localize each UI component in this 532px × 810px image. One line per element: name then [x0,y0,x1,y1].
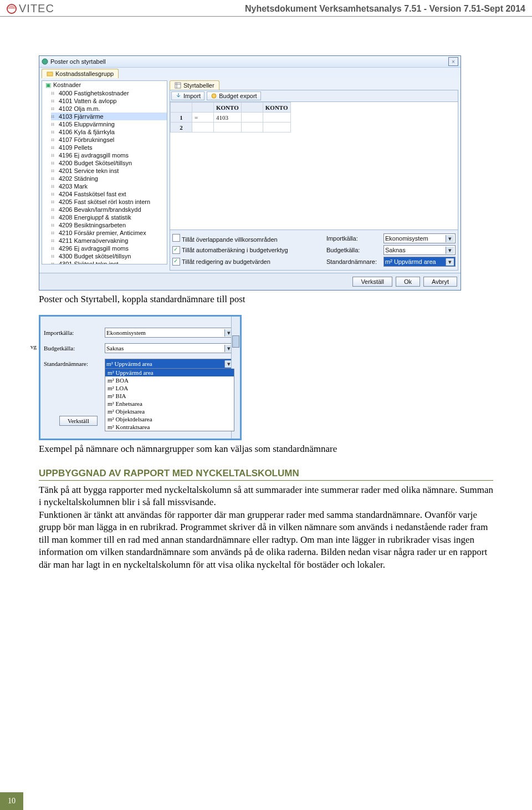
tree-item[interactable]: 4204 Fastskötsel fast ext [51,190,167,198]
cb-overlap[interactable]: Tillåt överlappande villkorsområden [172,234,288,243]
page-number: 10 [0,792,23,810]
scroll-thumb[interactable] [232,335,239,348]
budgetkalla-combo[interactable]: Saknas▾ [383,245,456,255]
logo: VITEC [7,2,54,15]
chevron-down-icon: ▾ [446,247,454,254]
dialog-titlebar: Poster och styrtabell × [39,56,461,68]
grid-header [241,103,263,113]
caption-2: Exempel på nämnare och nämnargrupper som… [39,444,493,455]
label-importkalla: Importkälla: [326,235,377,242]
budget-export-button[interactable]: Budget export [207,91,261,100]
svg-point-1 [42,59,48,64]
tree-item[interactable]: 4109 Pellets [51,144,167,151]
toolbar: Import Budget export [170,90,458,101]
namnare-detail-dialog: vg Importkälla: Ekonomisystem▾ Budgetkäl… [39,315,242,440]
standardnamnare-combo[interactable]: m² Uppvärmd area▾ [383,257,456,267]
close-button[interactable]: × [448,57,458,66]
tree-item[interactable]: 4105 Eluppvärmning [51,120,167,128]
tree-item[interactable]: 4211 Kameraövervakning [51,237,167,244]
label-budgetkalla-2: Budgetkälla: [44,345,105,351]
dropdown-option[interactable]: m² LOA [105,384,234,392]
dropdown-option[interactable]: m² Kontraktsarea [105,423,234,431]
tree-pane[interactable]: Kostnader 4000 Fastighetskostnader4101 V… [42,80,167,264]
apply-button-2[interactable]: Verkställ [59,416,98,426]
budget-export-label: Budget export [219,93,257,99]
standardnamnare-combo-2[interactable]: m² Uppvärmd area▾ [105,359,234,369]
grid-header: KONTO [263,103,290,113]
budgetkalla-value-2: Saknas [106,345,124,351]
tree-item[interactable]: 4301 Skötsel tekn inst [51,260,167,264]
grid-row[interactable]: 1=4103 [171,113,291,123]
tree-item[interactable]: 4203 Mark [51,182,167,190]
budgetkalla-value: Saknas [385,247,406,253]
import-label: Import [183,93,201,99]
options-panel: Tillåt överlappande villkorsområden Impo… [170,230,458,271]
tree-item[interactable]: 4102 Olja m.m. [51,105,167,113]
tree-item[interactable]: 4202 Städning [51,175,167,182]
cb-editbudget[interactable]: Tillåt redigering av budgetvärden [172,258,288,266]
dropdown-option[interactable]: m² Uppvärmd area [105,369,234,376]
chevron-down-icon: ▾ [446,258,454,266]
tree-item[interactable]: 4205 Fast skötsel rörl kostn intern [51,198,167,206]
tree-item[interactable]: 4101 Vatten & avlopp [51,97,167,105]
svg-rect-3 [175,83,181,88]
svg-rect-2 [47,72,53,76]
page-header: VITEC Nyhetsdokument Verksamhetsanalys 7… [0,0,532,17]
grid-header: KONTO [214,103,242,113]
tree-item[interactable]: 4000 Fastighetskostnader [51,89,167,97]
dialog-title: Poster och styrtabell [50,58,106,65]
logo-icon [7,4,17,14]
tree-item[interactable]: 4296 Ej avdragsgill moms [51,244,167,252]
grid-header [171,103,192,113]
styrtab-label: Styrtabeller [183,82,214,89]
importkalla-combo-2[interactable]: Ekonomisystem▾ [105,328,234,338]
tree-item[interactable]: 4210 Försäkr premier, Anticimex [51,229,167,237]
tree-item[interactable]: 4196 Ej avdragsgill moms [51,151,167,159]
poster-styrtabell-dialog: Poster och styrtabell × Kostnadsstallesg… [39,55,461,291]
globe-icon [42,58,48,65]
importkalla-value-2: Ekonomisystem [106,329,146,336]
tree-item[interactable]: 4106 Kyla & fjärrkyla [51,128,167,136]
svg-point-6 [212,94,216,98]
tree-item[interactable]: 4300 Budget skötsel/tillsyn [51,252,167,260]
grid-header [192,103,214,113]
chevron-down-icon: ▾ [446,235,454,242]
dropdown-option[interactable]: m² BOA [105,376,234,384]
import-icon [175,93,182,99]
styrtabeller-tab[interactable]: Styrtabeller [170,80,219,90]
importkalla-combo[interactable]: Ekonomisystem▾ [383,233,456,243]
table-icon [175,82,181,89]
dropdown-option[interactable]: m² BIA [105,392,234,400]
truncated-text: vg [30,343,37,350]
ok-button[interactable]: Ok [396,277,420,287]
tree-item[interactable]: 4200 Budget Skötsel/tillsyn [51,159,167,167]
dropdown-option[interactable]: m² Objektsarea [105,407,234,415]
import-button[interactable]: Import [171,91,204,100]
konto-grid[interactable]: KONTOKONTO1=41032 [170,101,458,230]
tree-root[interactable]: Kostnader [45,81,167,89]
standardnamnare-value: m² Uppvärmd area [385,258,436,265]
apply-button[interactable]: Verkställ [352,277,392,287]
section-heading: UPPBYGGNAD AV RAPPORT MED NYCKELTALSKOLU… [39,468,493,481]
label-standardnamnare-2: Standardnämnare: [44,360,105,367]
dialog-button-row: Verkställ Ok Avbryt [39,273,461,290]
tree-item[interactable]: 4209 Besiktningsarbeten [51,221,167,229]
file-tab-label: Kostnadsstallesgrupp [55,70,114,77]
dropdown-option[interactable]: m² Enhetsarea [105,400,234,407]
export-icon [211,93,217,99]
importkalla-value: Ekonomisystem [385,235,428,242]
cb-autocalc[interactable]: Tillåt automatberäkning i budgetverktyg [172,246,288,254]
tree-item[interactable]: 4201 Service tekn inst [51,167,167,175]
standardnamnare-dropdown[interactable]: m² Uppvärmd aream² BOAm² LOAm² BIAm² Enh… [105,369,234,431]
tree-item[interactable]: 4208 Energiuppf & statistik [51,213,167,221]
tree-item[interactable]: 4107 Förbrukningsel [51,136,167,144]
doc-title: Nyhetsdokument Verksamhetsanalys 7.51 - … [245,4,525,14]
budgetkalla-combo-2[interactable]: Saknas▾ [105,343,234,353]
grid-row[interactable]: 2 [171,123,291,133]
dropdown-option[interactable]: m² Objektdelsarea [105,415,234,423]
file-tab[interactable]: Kostnadsstallesgrupp [42,69,119,78]
cancel-button[interactable]: Avbryt [423,277,457,287]
tree-item[interactable]: 4206 Bevakn/larm/brandskydd [51,206,167,213]
standardnamnare-value-2: m² Uppvärmd area [106,360,152,367]
tree-item[interactable]: 4103 Fjärrvärme [51,113,167,120]
